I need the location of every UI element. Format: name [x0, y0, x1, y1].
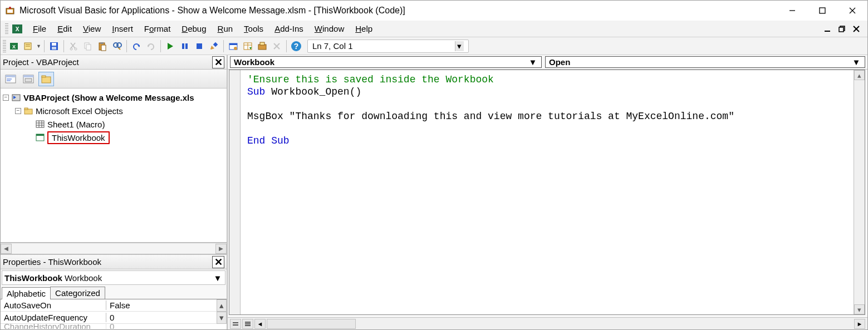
break-button[interactable]: [178, 40, 192, 53]
code-editor[interactable]: 'Ensure this is saved inside the Workboo…: [229, 70, 865, 315]
scroll-left-icon[interactable]: ◄: [254, 319, 266, 329]
window-close-button[interactable]: [837, 1, 867, 21]
svg-marker-36: [168, 43, 173, 50]
tab-categorized[interactable]: Categorized: [50, 287, 105, 299]
menu-edit[interactable]: Edit: [52, 22, 77, 36]
menu-debug[interactable]: Debug: [176, 22, 212, 36]
tab-alphabetic[interactable]: Alphabetic: [2, 287, 51, 299]
editor-bottom-bar: ◄ ►: [228, 317, 867, 329]
svg-point-25: [75, 48, 77, 50]
dropdown-icon[interactable]: ▼: [213, 271, 223, 284]
properties-object-type: Workbook: [65, 273, 102, 283]
view-excel-button[interactable]: X: [7, 40, 21, 53]
tree-collapse-icon[interactable]: −: [3, 95, 9, 101]
svg-rect-77: [245, 322, 251, 323]
svg-rect-50: [260, 42, 264, 45]
project-tree[interactable]: − VBAProject (Show a Welcome Message.xls…: [1, 88, 227, 243]
properties-object-selector[interactable]: ThisWorkbook Workbook ▼: [2, 270, 225, 285]
menu-insert[interactable]: Insert: [106, 22, 139, 36]
scroll-up-icon[interactable]: ▴: [854, 70, 865, 80]
help-button[interactable]: ?: [290, 40, 303, 53]
scroll-up-icon[interactable]: ▴: [217, 299, 227, 312]
undo-button[interactable]: [130, 40, 143, 53]
view-code-button[interactable]: [3, 72, 18, 86]
window-maximize-button[interactable]: [807, 1, 837, 21]
tree-collapse-icon[interactable]: −: [15, 108, 21, 114]
tree-root-row[interactable]: − VBAProject (Show a Welcome Message.xls: [1, 91, 227, 104]
scroll-down-icon[interactable]: ▾: [217, 312, 227, 324]
property-value[interactable]: 0: [106, 313, 217, 322]
menu-bar: X File Edit View Insert Format Debug Run…: [1, 21, 867, 37]
cursor-position-text: Ln 7, Col 1: [312, 41, 353, 51]
property-row[interactable]: AutoUpdateFrequency 0 ▾: [1, 312, 227, 324]
mdi-minimize-button[interactable]: [822, 23, 833, 35]
editor-vscroll[interactable]: ▴ ▾: [854, 70, 865, 314]
editor-hscroll-track[interactable]: [267, 319, 356, 329]
vba-app-icon: [5, 6, 15, 16]
menu-addins[interactable]: Add-Ins: [269, 22, 309, 36]
editor-margin[interactable]: [229, 70, 241, 314]
scroll-right-icon[interactable]: ►: [215, 244, 227, 254]
properties-grid[interactable]: AutoSaveOn False ▴ AutoUpdateFrequency 0…: [1, 299, 227, 329]
paste-button[interactable]: [96, 40, 109, 53]
property-key: ChangeHistoryDuration: [1, 324, 106, 329]
tree-folder-row[interactable]: − Microsoft Excel Objects: [1, 104, 227, 117]
cut-button[interactable]: [67, 40, 80, 53]
dropdown-icon[interactable]: ▼: [851, 57, 861, 67]
run-button[interactable]: [164, 40, 177, 53]
object-browser-button[interactable]: [256, 40, 269, 53]
menu-help[interactable]: Help: [350, 22, 378, 36]
toolbox-button[interactable]: [270, 40, 283, 53]
folder-icon: [23, 106, 33, 115]
property-value[interactable]: 0: [106, 324, 227, 329]
menu-tools[interactable]: Tools: [238, 22, 269, 36]
menu-view[interactable]: View: [77, 22, 106, 36]
procedure-dropdown[interactable]: Open ▼: [545, 56, 865, 68]
svg-rect-68: [36, 121, 44, 127]
property-row[interactable]: ChangeHistoryDuration 0: [1, 324, 227, 329]
window-minimize-button[interactable]: [777, 1, 807, 21]
property-value[interactable]: False: [106, 301, 217, 310]
menubar-grip: [5, 23, 8, 35]
full-module-view-button[interactable]: [242, 319, 253, 329]
procedure-view-button[interactable]: [230, 319, 241, 329]
project-explorer-button[interactable]: [227, 40, 240, 53]
code-sub-name: Workbook_Open(): [265, 86, 361, 97]
design-mode-button[interactable]: [207, 40, 220, 53]
menu-window[interactable]: Window: [309, 22, 350, 36]
svg-rect-62: [42, 77, 51, 83]
toggle-folders-button[interactable]: [38, 72, 54, 86]
svg-rect-63: [42, 76, 46, 77]
menu-format[interactable]: Format: [139, 22, 176, 36]
mdi-close-button[interactable]: [851, 23, 862, 35]
properties-window-button[interactable]: [241, 40, 254, 53]
save-button[interactable]: [47, 40, 61, 53]
mdi-restore-button[interactable]: [836, 23, 847, 35]
object-dropdown[interactable]: Workbook ▼: [230, 56, 542, 68]
code-keyword: End Sub: [247, 135, 290, 146]
view-object-button[interactable]: [21, 72, 36, 86]
svg-rect-4: [820, 8, 825, 13]
project-tree-hscroll[interactable]: ◄ ►: [1, 243, 227, 254]
scroll-down-icon[interactable]: ▾: [854, 304, 865, 314]
menu-file[interactable]: File: [27, 22, 52, 36]
dropdown-icon[interactable]: ▼: [528, 57, 538, 67]
menu-run[interactable]: Run: [212, 22, 239, 36]
standard-toolbar: X ▼ ? Ln 7, Col 1 ▾: [1, 37, 867, 55]
properties-pane-close-button[interactable]: ✕: [212, 256, 224, 268]
tree-workbook-row[interactable]: ThisWorkbook: [1, 131, 227, 144]
insert-module-button[interactable]: [22, 40, 35, 53]
project-explorer-close-button[interactable]: ✕: [212, 56, 224, 68]
scroll-right-icon[interactable]: ►: [854, 319, 865, 329]
code-content[interactable]: 'Ensure this is saved inside the Workboo…: [241, 70, 854, 314]
tree-sheet-row[interactable]: Sheet1 (Macro): [1, 117, 227, 131]
excel-app-icon[interactable]: X: [11, 22, 24, 36]
reset-button[interactable]: [193, 40, 206, 53]
redo-button[interactable]: [144, 40, 158, 53]
scroll-left-icon[interactable]: ◄: [1, 244, 12, 254]
svg-marker-35: [148, 45, 150, 47]
cursor-dropdown-icon[interactable]: ▾: [455, 41, 464, 51]
property-row[interactable]: AutoSaveOn False ▴: [1, 299, 227, 312]
copy-button[interactable]: [81, 40, 95, 53]
find-button[interactable]: [110, 40, 124, 53]
